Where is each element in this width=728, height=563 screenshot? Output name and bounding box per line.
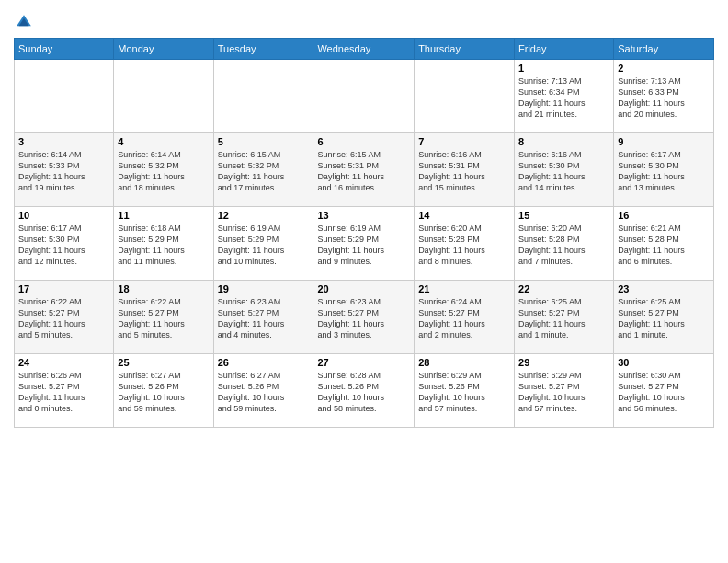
weekday-friday: Friday xyxy=(515,39,614,60)
day-info: Sunrise: 6:21 AM Sunset: 5:28 PM Dayligh… xyxy=(618,223,710,268)
calendar-cell-3-4: 13Sunrise: 6:19 AM Sunset: 5:29 PM Dayli… xyxy=(313,207,415,281)
calendar-cell-3-7: 16Sunrise: 6:21 AM Sunset: 5:28 PM Dayli… xyxy=(614,207,714,281)
calendar-week-4: 17Sunrise: 6:22 AM Sunset: 5:27 PM Dayli… xyxy=(15,281,714,354)
day-number: 13 xyxy=(317,210,410,221)
day-info: Sunrise: 6:17 AM Sunset: 5:30 PM Dayligh… xyxy=(18,223,109,268)
day-info: Sunrise: 6:19 AM Sunset: 5:29 PM Dayligh… xyxy=(218,223,310,268)
logo xyxy=(14,14,32,30)
day-number: 3 xyxy=(18,136,109,147)
weekday-tuesday: Tuesday xyxy=(213,39,313,60)
calendar-cell-1-1 xyxy=(15,60,114,133)
header xyxy=(14,9,714,30)
weekday-thursday: Thursday xyxy=(415,39,515,60)
day-info: Sunrise: 6:15 AM Sunset: 5:31 PM Dayligh… xyxy=(317,149,410,194)
day-info: Sunrise: 7:13 AM Sunset: 6:34 PM Dayligh… xyxy=(518,75,609,121)
day-info: Sunrise: 6:30 AM Sunset: 5:27 PM Dayligh… xyxy=(618,370,710,415)
day-info: Sunrise: 6:27 AM Sunset: 5:26 PM Dayligh… xyxy=(218,370,310,415)
calendar-cell-5-2: 25Sunrise: 6:27 AM Sunset: 5:26 PM Dayli… xyxy=(114,354,213,428)
day-info: Sunrise: 6:25 AM Sunset: 5:27 PM Dayligh… xyxy=(618,296,710,341)
day-info: Sunrise: 6:22 AM Sunset: 5:27 PM Dayligh… xyxy=(18,296,109,341)
day-info: Sunrise: 6:25 AM Sunset: 5:27 PM Dayligh… xyxy=(518,296,609,341)
calendar-cell-5-7: 30Sunrise: 6:30 AM Sunset: 5:27 PM Dayli… xyxy=(614,354,714,428)
day-number: 18 xyxy=(118,283,209,294)
calendar-cell-4-4: 20Sunrise: 6:23 AM Sunset: 5:27 PM Dayli… xyxy=(313,281,415,354)
calendar-cell-4-5: 21Sunrise: 6:24 AM Sunset: 5:27 PM Dayli… xyxy=(415,281,515,354)
day-info: Sunrise: 6:15 AM Sunset: 5:32 PM Dayligh… xyxy=(218,149,310,194)
calendar-cell-3-6: 15Sunrise: 6:20 AM Sunset: 5:28 PM Dayli… xyxy=(515,207,614,281)
logo-icon xyxy=(16,14,32,30)
day-number: 21 xyxy=(418,283,510,294)
day-info: Sunrise: 6:29 AM Sunset: 5:26 PM Dayligh… xyxy=(418,370,510,415)
day-info: Sunrise: 6:28 AM Sunset: 5:26 PM Dayligh… xyxy=(317,370,410,415)
day-info: Sunrise: 6:20 AM Sunset: 5:28 PM Dayligh… xyxy=(518,223,609,268)
day-number: 7 xyxy=(418,136,510,147)
calendar-cell-2-4: 6Sunrise: 6:15 AM Sunset: 5:31 PM Daylig… xyxy=(313,133,415,207)
calendar-cell-1-4 xyxy=(313,60,415,133)
calendar-cell-5-4: 27Sunrise: 6:28 AM Sunset: 5:26 PM Dayli… xyxy=(313,354,415,428)
day-number: 17 xyxy=(18,283,109,294)
weekday-monday: Monday xyxy=(114,39,213,60)
day-info: Sunrise: 6:14 AM Sunset: 5:33 PM Dayligh… xyxy=(18,149,109,194)
day-number: 27 xyxy=(317,357,410,368)
calendar-week-1: 1Sunrise: 7:13 AM Sunset: 6:34 PM Daylig… xyxy=(15,60,714,133)
day-number: 25 xyxy=(118,357,209,368)
day-info: Sunrise: 6:14 AM Sunset: 5:32 PM Dayligh… xyxy=(118,149,209,194)
calendar-cell-4-1: 17Sunrise: 6:22 AM Sunset: 5:27 PM Dayli… xyxy=(15,281,114,354)
calendar-cell-2-3: 5Sunrise: 6:15 AM Sunset: 5:32 PM Daylig… xyxy=(213,133,313,207)
calendar-cell-2-1: 3Sunrise: 6:14 AM Sunset: 5:33 PM Daylig… xyxy=(15,133,114,207)
calendar-cell-1-6: 1Sunrise: 7:13 AM Sunset: 6:34 PM Daylig… xyxy=(515,60,614,133)
day-number: 4 xyxy=(118,136,209,147)
day-number: 30 xyxy=(618,357,710,368)
day-number: 2 xyxy=(618,63,710,74)
day-info: Sunrise: 6:29 AM Sunset: 5:27 PM Dayligh… xyxy=(518,370,609,415)
calendar-cell-5-1: 24Sunrise: 6:26 AM Sunset: 5:27 PM Dayli… xyxy=(15,354,114,428)
calendar-cell-5-5: 28Sunrise: 6:29 AM Sunset: 5:26 PM Dayli… xyxy=(415,354,515,428)
day-number: 28 xyxy=(418,357,510,368)
day-number: 8 xyxy=(518,136,609,147)
day-info: Sunrise: 6:20 AM Sunset: 5:28 PM Dayligh… xyxy=(418,223,510,268)
calendar-cell-5-6: 29Sunrise: 6:29 AM Sunset: 5:27 PM Dayli… xyxy=(515,354,614,428)
day-number: 6 xyxy=(317,136,410,147)
calendar-week-2: 3Sunrise: 6:14 AM Sunset: 5:33 PM Daylig… xyxy=(15,133,714,207)
day-info: Sunrise: 6:23 AM Sunset: 5:27 PM Dayligh… xyxy=(218,296,310,341)
calendar-cell-3-5: 14Sunrise: 6:20 AM Sunset: 5:28 PM Dayli… xyxy=(415,207,515,281)
calendar-week-5: 24Sunrise: 6:26 AM Sunset: 5:27 PM Dayli… xyxy=(15,354,714,428)
day-info: Sunrise: 6:16 AM Sunset: 5:30 PM Dayligh… xyxy=(518,149,609,194)
calendar-cell-4-6: 22Sunrise: 6:25 AM Sunset: 5:27 PM Dayli… xyxy=(515,281,614,354)
day-number: 22 xyxy=(518,283,609,294)
day-number: 5 xyxy=(218,136,310,147)
calendar-cell-2-6: 8Sunrise: 6:16 AM Sunset: 5:30 PM Daylig… xyxy=(515,133,614,207)
day-info: Sunrise: 6:26 AM Sunset: 5:27 PM Dayligh… xyxy=(18,370,109,415)
calendar-cell-1-7: 2Sunrise: 7:13 AM Sunset: 6:33 PM Daylig… xyxy=(614,60,714,133)
calendar-cell-4-3: 19Sunrise: 6:23 AM Sunset: 5:27 PM Dayli… xyxy=(213,281,313,354)
calendar-cell-2-5: 7Sunrise: 6:16 AM Sunset: 5:31 PM Daylig… xyxy=(415,133,515,207)
day-info: Sunrise: 6:16 AM Sunset: 5:31 PM Dayligh… xyxy=(418,149,510,194)
day-number: 11 xyxy=(118,210,209,221)
day-info: Sunrise: 6:24 AM Sunset: 5:27 PM Dayligh… xyxy=(418,296,510,341)
day-number: 23 xyxy=(618,283,710,294)
day-number: 20 xyxy=(317,283,410,294)
day-number: 10 xyxy=(18,210,109,221)
calendar-table: SundayMondayTuesdayWednesdayThursdayFrid… xyxy=(14,38,714,428)
day-number: 14 xyxy=(418,210,510,221)
day-info: Sunrise: 6:23 AM Sunset: 5:27 PM Dayligh… xyxy=(317,296,410,341)
day-number: 26 xyxy=(218,357,310,368)
day-number: 1 xyxy=(518,63,609,74)
day-info: Sunrise: 6:17 AM Sunset: 5:30 PM Dayligh… xyxy=(618,149,710,194)
calendar-cell-2-2: 4Sunrise: 6:14 AM Sunset: 5:32 PM Daylig… xyxy=(114,133,213,207)
weekday-sunday: Sunday xyxy=(15,39,114,60)
day-number: 15 xyxy=(518,210,609,221)
calendar-cell-5-3: 26Sunrise: 6:27 AM Sunset: 5:26 PM Dayli… xyxy=(213,354,313,428)
calendar-cell-3-3: 12Sunrise: 6:19 AM Sunset: 5:29 PM Dayli… xyxy=(213,207,313,281)
weekday-header-row: SundayMondayTuesdayWednesdayThursdayFrid… xyxy=(15,39,714,60)
calendar-cell-4-7: 23Sunrise: 6:25 AM Sunset: 5:27 PM Dayli… xyxy=(614,281,714,354)
calendar-cell-3-2: 11Sunrise: 6:18 AM Sunset: 5:29 PM Dayli… xyxy=(114,207,213,281)
weekday-wednesday: Wednesday xyxy=(313,39,415,60)
calendar-cell-4-2: 18Sunrise: 6:22 AM Sunset: 5:27 PM Dayli… xyxy=(114,281,213,354)
calendar-cell-3-1: 10Sunrise: 6:17 AM Sunset: 5:30 PM Dayli… xyxy=(15,207,114,281)
day-number: 16 xyxy=(618,210,710,221)
day-number: 9 xyxy=(618,136,710,147)
day-info: Sunrise: 6:22 AM Sunset: 5:27 PM Dayligh… xyxy=(118,296,209,341)
page-container: SundayMondayTuesdayWednesdayThursdayFrid… xyxy=(0,0,728,432)
day-number: 24 xyxy=(18,357,109,368)
